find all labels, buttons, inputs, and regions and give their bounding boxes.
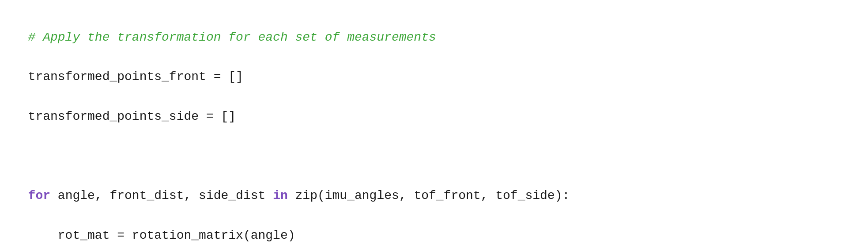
line-5: for angle, front_dist, side_dist in zip(…	[28, 189, 570, 202]
line-2: transformed_points_front = []	[28, 70, 243, 84]
line-6: rot_mat = rotation_matrix(angle)	[28, 229, 295, 242]
line-3: transformed_points_side = []	[28, 110, 236, 123]
comment-line: # Apply the transformation for each set …	[28, 31, 436, 44]
code-container: # Apply the transformation for each set …	[13, 8, 855, 252]
